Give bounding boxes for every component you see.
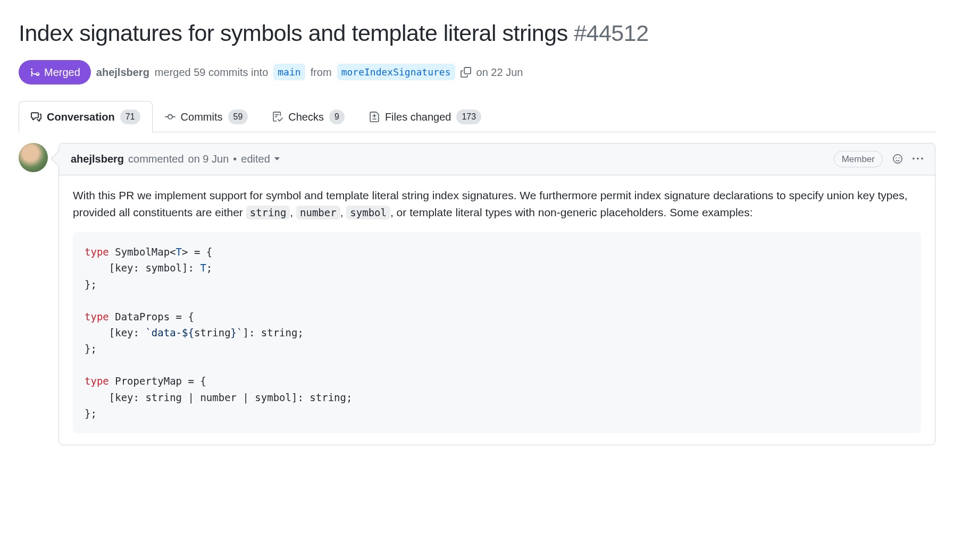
tab-count: 71 xyxy=(120,109,140,124)
svg-point-1 xyxy=(896,157,897,158)
pr-tabs: Conversation 71 Commits 59 Checks 9 File… xyxy=(19,100,935,132)
tab-conversation[interactable]: Conversation 71 xyxy=(19,101,153,132)
body-paragraph: With this PR we implement support for sy… xyxy=(73,187,921,220)
comment-verb: commented xyxy=(128,151,184,167)
timeline: ahejlsberg commented on 9 Jun • edited M… xyxy=(19,143,935,446)
pr-title-text: Index signatures for symbols and templat… xyxy=(19,20,568,46)
pr-subheader: Merged ahejlsberg merged 59 commits into… xyxy=(19,60,935,84)
tab-label: Conversation xyxy=(47,109,115,125)
emoji-react-icon[interactable] xyxy=(892,154,903,164)
edited-label[interactable]: edited xyxy=(241,151,270,167)
inline-code: number xyxy=(296,206,340,219)
chevron-down-icon[interactable] xyxy=(274,157,280,160)
merge-author[interactable]: ahejlsberg xyxy=(96,64,149,80)
git-commit-icon xyxy=(165,112,175,122)
tab-count: 173 xyxy=(456,109,481,124)
from-word: from xyxy=(311,64,332,80)
body-text: , or template literal types with non-gen… xyxy=(390,206,753,218)
merge-date: on 22 Jun xyxy=(476,64,523,80)
inline-code: symbol xyxy=(346,206,390,219)
role-badge: Member xyxy=(834,151,883,168)
tab-count: 9 xyxy=(329,109,345,124)
tab-label: Checks xyxy=(288,109,324,125)
body-text: , xyxy=(340,206,347,218)
merge-text-before: merged 59 commits into xyxy=(155,64,268,80)
page-title: Index signatures for symbols and templat… xyxy=(19,16,935,50)
code-block: type SymbolMap<T> = { [key: symbol]: T; … xyxy=(73,232,921,433)
comment-box: ahejlsberg commented on 9 Jun • edited M… xyxy=(58,143,935,446)
avatar[interactable] xyxy=(19,143,48,172)
base-branch[interactable]: main xyxy=(273,64,305,80)
file-diff-icon xyxy=(369,112,380,122)
comment-body: With this PR we implement support for sy… xyxy=(59,175,935,445)
comment-date[interactable]: on 9 Jun xyxy=(188,151,229,167)
svg-point-0 xyxy=(893,155,902,163)
checklist-icon xyxy=(272,112,283,122)
comment-discussion-icon xyxy=(31,112,41,122)
dot-separator: • xyxy=(233,151,237,167)
comment-header: ahejlsberg commented on 9 Jun • edited M… xyxy=(59,143,935,176)
state-badge-merged: Merged xyxy=(19,60,91,84)
inline-code: string xyxy=(246,206,290,219)
state-label: Merged xyxy=(44,64,80,80)
pr-number: #44512 xyxy=(574,20,649,46)
comment-author[interactable]: ahejlsberg xyxy=(71,151,124,167)
head-branch[interactable]: moreIndexSignatures xyxy=(337,64,455,80)
tab-files-changed[interactable]: Files changed 173 xyxy=(357,101,493,132)
tab-label: Commits xyxy=(181,109,223,125)
svg-point-2 xyxy=(899,157,900,158)
git-merge-icon xyxy=(29,67,40,78)
tab-label: Files changed xyxy=(385,109,451,125)
copy-branch-icon[interactable] xyxy=(461,67,471,78)
body-text: , xyxy=(290,206,296,218)
tab-commits[interactable]: Commits 59 xyxy=(153,101,261,132)
kebab-menu-icon[interactable] xyxy=(913,154,923,164)
tab-checks[interactable]: Checks 9 xyxy=(260,101,357,132)
tab-count: 59 xyxy=(228,109,248,124)
